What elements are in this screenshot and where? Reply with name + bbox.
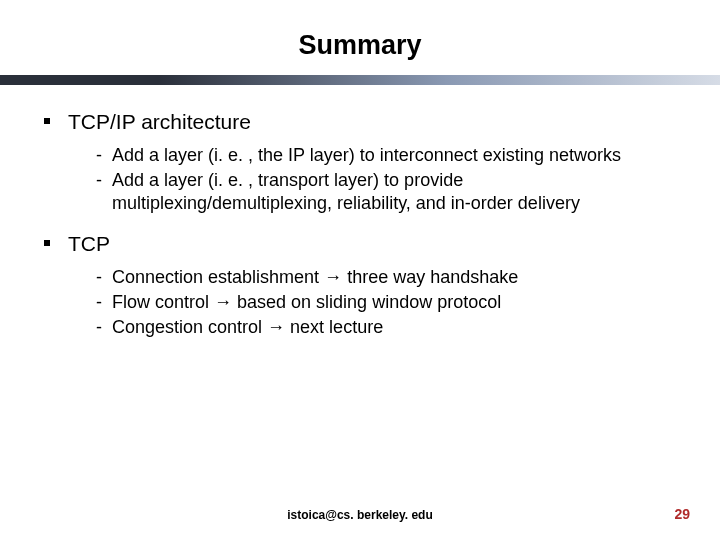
bullet-item: TCP — [44, 231, 676, 258]
square-bullet-icon — [44, 118, 50, 124]
dash-icon: - — [96, 316, 102, 339]
sub-bullet-item: - Flow control → based on sliding window… — [96, 291, 676, 314]
sub-bullet-text: Flow control → based on sliding window p… — [112, 291, 676, 314]
bullet-item: TCP/IP architecture — [44, 109, 676, 136]
sub-bullet-text: Congestion control → next lecture — [112, 316, 676, 339]
slide-footer: istoica@cs. berkeley. edu 29 — [0, 508, 720, 522]
title-underline — [0, 75, 720, 85]
sub-bullet-text: Add a layer (i. e. , transport layer) to… — [112, 169, 676, 215]
sub-bullet-item: - Connection establishment → three way h… — [96, 266, 676, 289]
page-number: 29 — [674, 506, 690, 522]
sub-bullet-item: - Congestion control → next lecture — [96, 316, 676, 339]
sub-bullet-item: - Add a layer (i. e. , transport layer) … — [96, 169, 676, 215]
slide-body: TCP/IP architecture - Add a layer (i. e.… — [0, 85, 720, 339]
dash-icon: - — [96, 144, 102, 167]
bullet-label: TCP — [68, 231, 110, 258]
sub-bullet-text: Connection establishment → three way han… — [112, 266, 676, 289]
sub-bullet-item: - Add a layer (i. e. , the IP layer) to … — [96, 144, 676, 167]
bullet-label: TCP/IP architecture — [68, 109, 251, 136]
dash-icon: - — [96, 266, 102, 289]
slide-title: Summary — [0, 0, 720, 75]
dash-icon: - — [96, 169, 102, 192]
sub-bullet-text: Add a layer (i. e. , the IP layer) to in… — [112, 144, 676, 167]
footer-email: istoica@cs. berkeley. edu — [0, 508, 720, 522]
square-bullet-icon — [44, 240, 50, 246]
dash-icon: - — [96, 291, 102, 314]
